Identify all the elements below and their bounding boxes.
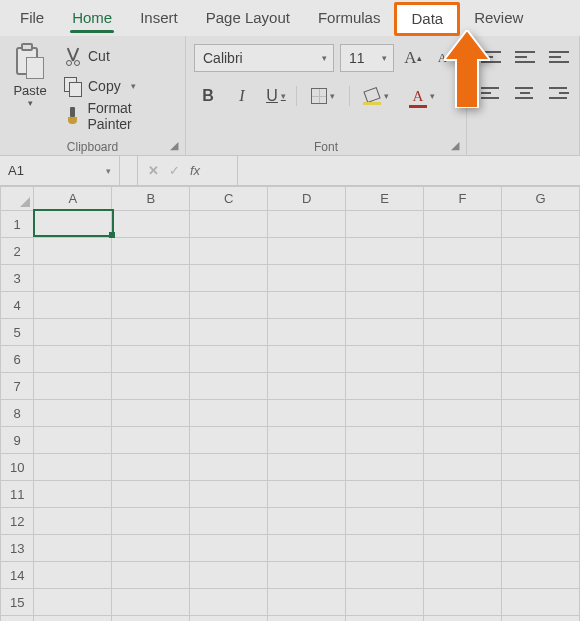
- cell[interactable]: [190, 562, 268, 589]
- cell[interactable]: [190, 319, 268, 346]
- column-header[interactable]: D: [268, 187, 346, 211]
- align-bottom-button[interactable]: [545, 44, 573, 70]
- cell[interactable]: [424, 535, 502, 562]
- cell[interactable]: [268, 400, 346, 427]
- cell[interactable]: [346, 319, 424, 346]
- cell[interactable]: [424, 562, 502, 589]
- cell[interactable]: [268, 589, 346, 616]
- cell[interactable]: [268, 616, 346, 622]
- cell[interactable]: [34, 508, 112, 535]
- borders-button[interactable]: ▾: [303, 82, 343, 110]
- tab-file[interactable]: File: [6, 0, 58, 36]
- column-header[interactable]: C: [190, 187, 268, 211]
- cell[interactable]: [346, 454, 424, 481]
- cell[interactable]: [424, 238, 502, 265]
- tab-formulas[interactable]: Formulas: [304, 0, 395, 36]
- copy-button[interactable]: Copy ▾: [60, 73, 181, 99]
- row-header[interactable]: 11: [1, 481, 34, 508]
- cell[interactable]: [268, 319, 346, 346]
- cell[interactable]: [268, 346, 346, 373]
- cell[interactable]: [190, 508, 268, 535]
- align-right-button[interactable]: [545, 80, 573, 106]
- cell[interactable]: [424, 427, 502, 454]
- cell[interactable]: [501, 373, 579, 400]
- enter-icon[interactable]: ✓: [169, 163, 180, 178]
- cell[interactable]: [424, 265, 502, 292]
- cell[interactable]: [34, 454, 112, 481]
- tab-home[interactable]: Home: [58, 0, 126, 36]
- cell[interactable]: [190, 238, 268, 265]
- cell[interactable]: [501, 400, 579, 427]
- row-header[interactable]: 2: [1, 238, 34, 265]
- italic-button[interactable]: I: [228, 82, 256, 110]
- cell[interactable]: [268, 211, 346, 238]
- cell[interactable]: [424, 508, 502, 535]
- cell[interactable]: [112, 562, 190, 589]
- row-header[interactable]: 5: [1, 319, 34, 346]
- cell[interactable]: [268, 508, 346, 535]
- cell[interactable]: [190, 400, 268, 427]
- cell[interactable]: [268, 562, 346, 589]
- cell[interactable]: [346, 346, 424, 373]
- row-header[interactable]: 13: [1, 535, 34, 562]
- formula-input[interactable]: [238, 156, 580, 185]
- cell[interactable]: [190, 454, 268, 481]
- row-header[interactable]: 10: [1, 454, 34, 481]
- cell[interactable]: [268, 481, 346, 508]
- cell[interactable]: [34, 616, 112, 622]
- row-header[interactable]: 12: [1, 508, 34, 535]
- cell[interactable]: [501, 616, 579, 622]
- cell[interactable]: [190, 346, 268, 373]
- row-header[interactable]: 7: [1, 373, 34, 400]
- cell[interactable]: [501, 589, 579, 616]
- cell[interactable]: [501, 292, 579, 319]
- cell[interactable]: [346, 616, 424, 622]
- cell[interactable]: [112, 238, 190, 265]
- cell[interactable]: [190, 535, 268, 562]
- cell[interactable]: [34, 562, 112, 589]
- cell[interactable]: [501, 211, 579, 238]
- cell[interactable]: [112, 292, 190, 319]
- cell[interactable]: [346, 400, 424, 427]
- row-header[interactable]: 4: [1, 292, 34, 319]
- cell[interactable]: [190, 427, 268, 454]
- cell[interactable]: [501, 346, 579, 373]
- cell[interactable]: [268, 292, 346, 319]
- column-header[interactable]: G: [501, 187, 579, 211]
- column-header[interactable]: E: [346, 187, 424, 211]
- cell[interactable]: [501, 319, 579, 346]
- row-header[interactable]: 15: [1, 589, 34, 616]
- cell[interactable]: [424, 373, 502, 400]
- cell[interactable]: [424, 292, 502, 319]
- cell[interactable]: [112, 616, 190, 622]
- cell[interactable]: [112, 481, 190, 508]
- cell[interactable]: [34, 319, 112, 346]
- cell[interactable]: [34, 211, 112, 238]
- row-header[interactable]: 6: [1, 346, 34, 373]
- dialog-launcher-icon[interactable]: ◢: [167, 138, 181, 152]
- cell[interactable]: [424, 481, 502, 508]
- cell[interactable]: [346, 508, 424, 535]
- cell[interactable]: [346, 427, 424, 454]
- row-header[interactable]: 16: [1, 616, 34, 622]
- select-all-corner[interactable]: [1, 187, 34, 211]
- cell[interactable]: [346, 292, 424, 319]
- cell[interactable]: [112, 589, 190, 616]
- chevron-down-icon[interactable]: ▾: [28, 98, 33, 108]
- cell[interactable]: [112, 427, 190, 454]
- column-header[interactable]: F: [424, 187, 502, 211]
- row-header[interactable]: 1: [1, 211, 34, 238]
- cell[interactable]: [501, 238, 579, 265]
- cell[interactable]: [34, 373, 112, 400]
- cell[interactable]: [34, 427, 112, 454]
- cell[interactable]: [34, 535, 112, 562]
- cell[interactable]: [112, 400, 190, 427]
- row-header[interactable]: 9: [1, 427, 34, 454]
- cell[interactable]: [112, 508, 190, 535]
- cell[interactable]: [346, 535, 424, 562]
- cell[interactable]: [346, 238, 424, 265]
- cell[interactable]: [112, 373, 190, 400]
- fill-color-button[interactable]: ▾: [356, 82, 396, 110]
- cell[interactable]: [501, 454, 579, 481]
- cell[interactable]: [424, 346, 502, 373]
